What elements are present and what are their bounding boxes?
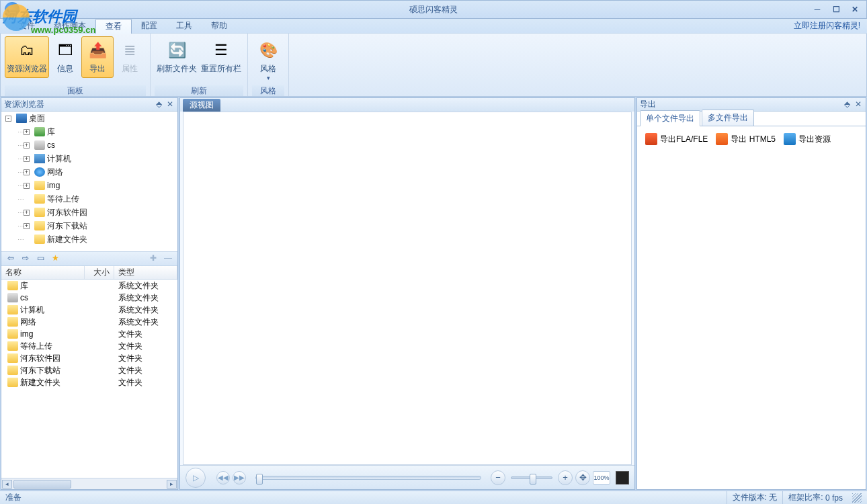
tree-node[interactable]: ⋯等待上传: [1, 192, 177, 206]
tree-node[interactable]: ⋯+库: [1, 125, 177, 138]
tree-label: 计算机: [47, 153, 71, 165]
ribbon-资源浏览器[interactable]: 🗂资源浏览器: [5, 36, 49, 78]
add-icon[interactable]: ✚: [148, 253, 159, 264]
list-toolbar: ⇦ ⇨ ▭ ★ ✚ —: [1, 251, 177, 266]
tree-node[interactable]: ⋯新建文件夹: [1, 233, 177, 246]
close-button[interactable]: ✕: [848, 4, 862, 15]
timeline-slider[interactable]: [255, 476, 481, 480]
preview-area: [183, 112, 632, 465]
tree-node[interactable]: -桌面: [1, 112, 177, 125]
minimize-button[interactable]: ─: [810, 4, 825, 15]
menu-帮助[interactable]: 帮助: [202, 19, 237, 34]
export-res[interactable]: 导出资源: [781, 132, 833, 146]
刷新文件夹-icon: 🔄: [166, 40, 188, 61]
folder-icon: [34, 208, 45, 217]
play-button[interactable]: ▷: [185, 468, 206, 488]
panel-close-icon[interactable]: ✕: [165, 100, 175, 110]
scroll-right-icon[interactable]: ▸: [167, 480, 177, 489]
tree-node[interactable]: ⋯+img: [1, 179, 177, 192]
back-icon[interactable]: ⇦: [5, 253, 16, 264]
ribbon-风格[interactable]: 🎨风格▾: [252, 36, 284, 85]
tree-node[interactable]: ⋯+计算机: [1, 152, 177, 165]
tree-toggle-icon[interactable]: +: [24, 183, 30, 189]
fullscreen-button[interactable]: [616, 471, 629, 485]
scroll-left-icon[interactable]: ◂: [2, 480, 12, 489]
column-size[interactable]: 大小: [85, 266, 114, 279]
ribbon-刷新文件夹[interactable]: 🔄刷新文件夹: [155, 36, 199, 78]
folder-icon: [34, 235, 45, 244]
list-item[interactable]: 河东软件园文件夹: [1, 352, 177, 364]
favorite-icon[interactable]: ★: [50, 253, 60, 264]
list-item[interactable]: 等待上传文件夹: [1, 340, 177, 352]
main-area: 资源浏览器 ⬘ ✕ -桌面⋯+库⋯+cs⋯+计算机⋯+网络⋯+img⋯等待上传⋯…: [0, 97, 867, 491]
pin-icon[interactable]: ⬘: [842, 100, 852, 110]
tree-toggle-icon[interactable]: +: [24, 169, 30, 175]
tree-toggle-icon[interactable]: +: [24, 156, 30, 162]
tree-node[interactable]: ⋯+河东软件园: [1, 206, 177, 219]
zoom-100-button[interactable]: 100%: [593, 471, 610, 485]
list-item[interactable]: cs系统文件夹: [1, 292, 177, 304]
tree-toggle-icon[interactable]: +: [24, 129, 30, 135]
zoom-in-button[interactable]: +: [558, 470, 573, 485]
export-tab-1[interactable]: 多文件导出: [702, 110, 754, 126]
tab-source-view[interactable]: 源视图: [183, 99, 220, 112]
folder-icon: [34, 181, 45, 190]
maximize-button[interactable]: ☐: [829, 4, 843, 15]
list-item[interactable]: 网络系统文件夹: [1, 316, 177, 328]
export-fla[interactable]: 导出FLA/FLE: [643, 132, 710, 146]
next-frame-button[interactable]: ▶▶: [233, 471, 246, 485]
horizontal-scrollbar[interactable]: ◂ ▸: [1, 478, 177, 489]
menu-查看[interactable]: 查看: [95, 19, 132, 34]
zoom-slider[interactable]: [511, 476, 552, 479]
ribbon-group-刷新: 🔄刷新文件夹☰重置所有栏刷新: [151, 34, 248, 96]
menu-动作脚本[interactable]: 动作脚本: [44, 19, 95, 34]
tree-toggle-icon[interactable]: -: [5, 116, 11, 122]
export-tab-0[interactable]: 单个文件导出: [640, 110, 700, 126]
list-item[interactable]: 计算机系统文件夹: [1, 304, 177, 316]
menu-文件[interactable]: 文件: [9, 19, 44, 34]
prev-frame-button[interactable]: ◀◀: [216, 471, 230, 485]
tree-toggle-icon[interactable]: +: [24, 142, 30, 149]
scroll-thumb[interactable]: [13, 480, 71, 489]
register-link[interactable]: 立即注册闪客精灵!: [794, 20, 860, 32]
res-icon: [784, 133, 796, 145]
remove-icon[interactable]: —: [163, 253, 173, 264]
tree-node[interactable]: ⋯+cs: [1, 138, 177, 152]
column-name[interactable]: 名称: [1, 266, 85, 279]
tree-toggle-icon[interactable]: +: [24, 210, 30, 216]
file-list[interactable]: 库系统文件夹cs系统文件夹计算机系统文件夹网络系统文件夹img文件夹等待上传文件…: [1, 280, 177, 478]
tree-toggle-icon[interactable]: +: [24, 223, 30, 229]
menubar: 文件动作脚本查看配置工具帮助 立即注册闪客精灵!: [0, 19, 867, 34]
fit-button[interactable]: ✥: [575, 470, 590, 485]
forward-icon[interactable]: ⇨: [20, 253, 31, 264]
menu-配置[interactable]: 配置: [132, 19, 167, 34]
up-icon[interactable]: ▭: [35, 253, 46, 264]
ribbon-信息[interactable]: 🗔信息: [49, 36, 81, 78]
ribbon-重置所有栏[interactable]: ☰重置所有栏: [199, 36, 243, 78]
list-item[interactable]: 新建文件夹文件夹: [1, 376, 177, 388]
zoom-out-button[interactable]: −: [491, 470, 505, 485]
resource-browser-header: 资源浏览器 ⬘ ✕: [1, 98, 177, 112]
lib-icon: [34, 127, 45, 136]
folder-tree[interactable]: -桌面⋯+库⋯+cs⋯+计算机⋯+网络⋯+img⋯等待上传⋯+河东软件园⋯+河东…: [1, 112, 177, 251]
export-html5[interactable]: 导出 HTML5: [713, 132, 778, 146]
pin-icon[interactable]: ⬘: [154, 100, 163, 110]
column-type[interactable]: 类型: [114, 266, 177, 279]
menu-工具[interactable]: 工具: [167, 19, 202, 34]
disk-icon: [7, 293, 18, 302]
list-item[interactable]: 河东下载站文件夹: [1, 364, 177, 376]
window-controls: ─ ☐ ✕: [810, 4, 862, 15]
tree-node[interactable]: ⋯+网络: [1, 165, 177, 179]
window-title: 硕思闪客精灵: [409, 4, 458, 15]
list-item[interactable]: 库系统文件夹: [1, 280, 177, 292]
panel-close-icon[interactable]: ✕: [854, 100, 863, 110]
tree-node[interactable]: ⋯+河东下载站: [1, 219, 177, 233]
属性-icon: ≣: [119, 40, 140, 61]
resize-grip-icon[interactable]: [852, 493, 862, 503]
titlebar: 硕思闪客精灵 ─ ☐ ✕: [0, 0, 867, 19]
app-icon: [5, 2, 19, 17]
tree-label: 新建文件夹: [47, 234, 87, 245]
list-item[interactable]: img文件夹: [1, 328, 177, 340]
ribbon-导出[interactable]: 📤导出: [81, 36, 114, 78]
ribbon-group-label: 面板: [5, 85, 146, 96]
